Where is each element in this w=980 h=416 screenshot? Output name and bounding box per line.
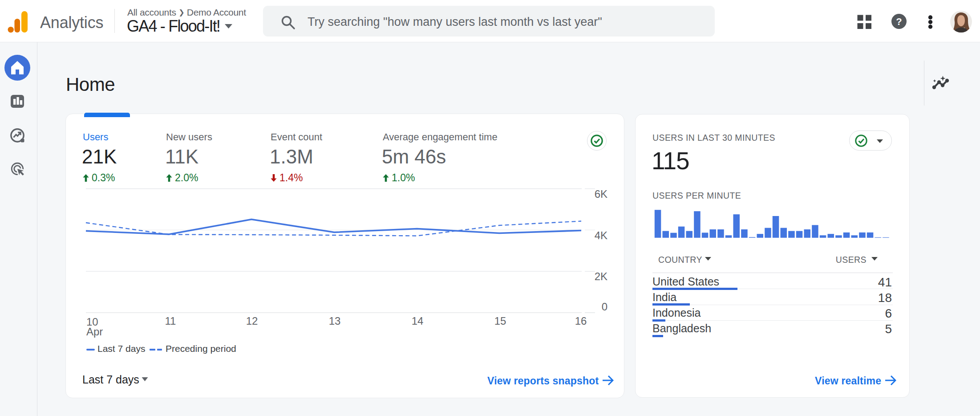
svg-text:?: ? [896, 16, 902, 27]
